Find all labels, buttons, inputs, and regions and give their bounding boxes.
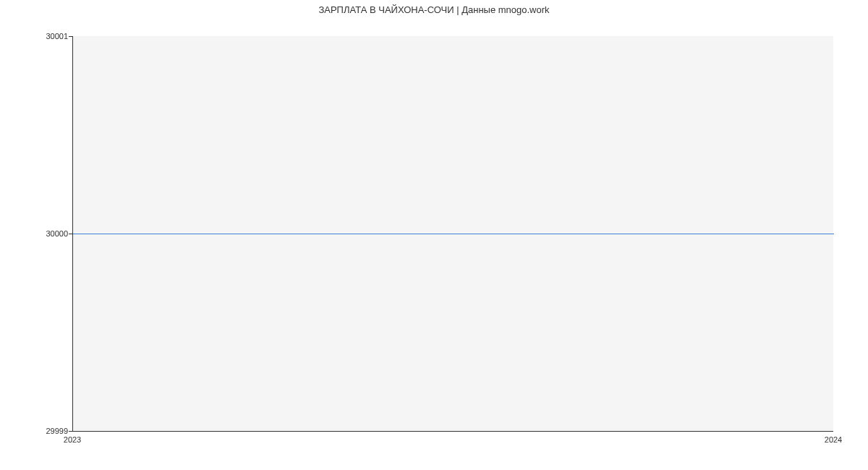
y-tick-label: 30000 xyxy=(46,229,68,238)
plot-area xyxy=(72,36,833,432)
x-tick-label: 2024 xyxy=(825,435,842,444)
y-tick-label: 30001 xyxy=(46,32,68,40)
x-tick-label: 2023 xyxy=(64,435,81,444)
chart-title: ЗАРПЛАТА В ЧАЙХОНА-СОЧИ | Данные mnogo.w… xyxy=(0,4,868,15)
data-line-series-0 xyxy=(73,234,834,234)
y-tick-label: 29999 xyxy=(46,427,68,435)
chart-container: ЗАРПЛАТА В ЧАЙХОНА-СОЧИ | Данные mnogo.w… xyxy=(0,0,868,470)
